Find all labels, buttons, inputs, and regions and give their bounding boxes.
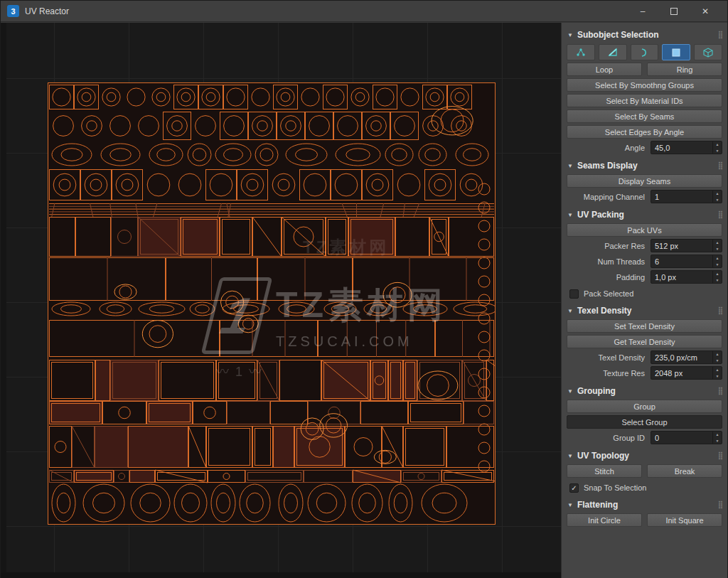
break-button[interactable]: Break [647,464,722,478]
collapse-arrow-icon[interactable]: ▼ [567,453,573,459]
spinner-up-icon[interactable]: ▲ [713,432,722,438]
vertex-mode-button[interactable] [567,44,595,60]
texel-density-value[interactable]: 235,0 px/cm [651,351,712,363]
texture-res-label: Texture Res [567,369,651,378]
group-id-field: 0 ▲ ▼ [651,431,722,444]
spinner-down-icon[interactable]: ▼ [713,262,722,268]
uv-wireframe-canvas[interactable] [48,82,496,525]
spinner-up-icon[interactable]: ▲ [713,141,722,148]
spinner-up-icon[interactable]: ▲ [713,367,722,373]
pack-uvs-button[interactable]: Pack UVs [567,223,722,237]
close-button[interactable]: ✕ [690,1,721,22]
angle-value[interactable]: 45,0 [651,141,712,154]
section-grip-icon: ⣿ [718,162,723,169]
select-group-button[interactable]: Select Group [567,415,722,429]
init-square-button[interactable]: Init Square [647,513,722,527]
section-title: UV Topology [577,451,629,461]
subobject-mode-buttons [567,44,722,60]
spinner-down-icon[interactable]: ▼ [713,438,722,444]
texture-res-field: 2048 px ▲ ▼ [651,366,722,380]
select-by-seams-button[interactable]: Select By Seams [567,109,722,123]
texture-res-value[interactable]: 2048 px [651,367,712,379]
tool-panel: ▼ Subobject Selection ⣿ [561,23,727,578]
texel-density-spinner: ▲ ▼ [712,351,722,363]
border-icon [638,47,650,58]
section-header-seams[interactable]: ▼ Seams Display ⣿ [566,159,723,172]
padding-value[interactable]: 1,0 px [651,271,712,283]
ring-button[interactable]: Ring [647,63,722,76]
maximize-button[interactable] [658,1,690,22]
spinner-down-icon[interactable]: ▼ [713,373,722,380]
group-id-spinner: ▲ ▼ [712,432,722,444]
display-seams-button[interactable]: Display Seams [567,174,722,188]
viewport-bottom-strip [1,572,562,578]
section-grip-icon: ⣿ [718,211,723,218]
section-grip-icon: ⣿ [718,452,723,459]
select-by-smoothing-groups-button[interactable]: Select By Smoothng Groups [567,78,722,92]
group-id-value[interactable]: 0 [651,432,712,444]
spinner-up-icon[interactable]: ▲ [713,191,722,197]
loop-button[interactable]: Loop [567,63,642,76]
section-grip-icon: ⣿ [718,387,723,395]
texel-density-field: 235,0 px/cm ▲ ▼ [651,350,722,364]
section-title: Flattening [577,500,618,510]
spinner-down-icon[interactable]: ▼ [713,246,722,252]
get-texel-density-button[interactable]: Get Texel Density [567,335,722,348]
select-by-material-ids-button[interactable]: Select By Material IDs [567,94,722,107]
padding-label: Padding [567,273,651,282]
vertex-icon [575,47,587,58]
section-header-packing[interactable]: ▼ UV Packing ⣿ [566,208,723,221]
spinner-down-icon[interactable]: ▼ [713,197,722,203]
init-circle-button[interactable]: Init Circle [567,513,642,527]
pack-selected-checkbox[interactable] [569,289,579,299]
window-title: UV Reactor [25,6,69,16]
select-edges-by-angle-button[interactable]: Select Edges By Angle [567,125,722,139]
collapse-arrow-icon[interactable]: ▼ [567,32,573,38]
section-header-grouping[interactable]: ▼ Grouping ⣿ [566,385,723,397]
uv-viewport[interactable]: TZ素材网 1 TZ素材网 TZSUCAI.COM 〰 1 〰 [1,23,562,578]
snap-to-selection-checkbox[interactable] [569,483,579,493]
pack-selected-label: Pack Selected [584,289,633,298]
polygon-mode-button[interactable] [662,44,690,60]
padding-field: 1,0 px ▲ ▼ [651,270,722,284]
spinner-up-icon[interactable]: ▲ [713,240,722,246]
spinner-down-icon[interactable]: ▼ [713,148,722,154]
stitch-button[interactable]: Stitch [567,464,642,478]
snap-to-selection-label: Snap To Selection [584,483,646,492]
section-title: Subobject Selection [577,30,659,40]
edge-icon [607,47,619,58]
section-header-subobject[interactable]: ▼ Subobject Selection ⣿ [566,28,723,41]
border-mode-button[interactable] [631,44,659,60]
section-header-flattening[interactable]: ▼ Flattening ⣿ [566,498,723,511]
num-threads-value[interactable]: 6 [651,255,712,267]
collapse-arrow-icon[interactable]: ▼ [567,163,573,169]
spinner-up-icon[interactable]: ▲ [713,271,722,277]
angle-field: 45,0 ▲ ▼ [651,141,722,154]
num-threads-label: Num Threads [567,257,651,266]
section-header-topology[interactable]: ▼ UV Topology ⣿ [566,449,723,462]
spinner-up-icon[interactable]: ▲ [713,255,722,262]
packer-res-spinner: ▲ ▼ [712,240,722,252]
group-id-label: Group ID [567,434,651,442]
mapping-channel-value[interactable]: 1 [651,191,712,203]
title-bar[interactable]: 3 UV Reactor – ✕ [1,1,727,22]
edge-mode-button[interactable] [599,44,627,60]
packer-res-label: Packer Res [567,242,651,250]
group-button[interactable]: Group [567,400,722,413]
spinner-down-icon[interactable]: ▼ [713,358,722,364]
collapse-arrow-icon[interactable]: ▼ [567,388,573,395]
packer-res-value[interactable]: 512 px [651,240,712,252]
section-title: UV Packing [577,210,624,220]
collapse-arrow-icon[interactable]: ▼ [567,308,573,314]
section-title: Seams Display [577,161,638,171]
collapse-arrow-icon[interactable]: ▼ [567,212,573,218]
spinner-up-icon[interactable]: ▲ [713,351,722,358]
set-texel-density-button[interactable]: Set Texel Density [567,319,722,333]
minimize-button[interactable]: – [627,1,658,22]
spinner-down-icon[interactable]: ▼ [713,277,722,284]
section-grip-icon: ⣿ [718,307,723,314]
element-mode-button[interactable] [694,44,722,60]
texture-res-spinner: ▲ ▼ [712,367,722,379]
section-header-texel[interactable]: ▼ Texel Density ⣿ [566,304,723,317]
collapse-arrow-icon[interactable]: ▼ [567,502,573,508]
